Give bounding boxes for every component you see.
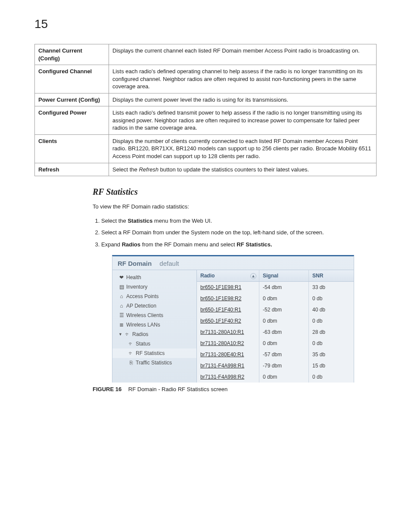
grid-row[interactable]: br7131-280A10:R1-63 dbm28 db — [197, 327, 354, 338]
col-radio-label: Radio — [200, 273, 215, 279]
table-row: Configured ChannelLists each radio's def… — [35, 65, 377, 93]
radio-link[interactable]: br650-1F1E98:R1 — [200, 284, 241, 290]
cell-radio[interactable]: br650-1F1E98:R1 — [197, 282, 259, 293]
nav-subitem-icon: ᯤ — [128, 350, 134, 356]
cell-radio[interactable]: br650-1F1F40:R2 — [197, 315, 259, 327]
nav-item-icon: ⌂ — [118, 303, 125, 309]
table-row: ClientsDisplays the number of clients cu… — [35, 134, 377, 163]
cell-radio[interactable]: br7131-280A10:R1 — [197, 327, 259, 338]
grid-header: Radio ▲ Signal SNR — [197, 270, 354, 282]
intro-text: To view the RF Domain radio statistics: — [93, 202, 377, 211]
cell-radio[interactable]: br7131-280E40:R1 — [197, 349, 259, 360]
screenshot-region: RF Domain default ❤Health▤Inventory⌂Acce… — [112, 255, 354, 383]
table-row: RefreshSelect the Refresh button to upda… — [35, 163, 377, 176]
nav-item-icon: ⌂ — [118, 293, 125, 299]
steps-list: Select the Statistics menu from the Web … — [93, 217, 377, 249]
grid-row[interactable]: br7131-280E40:R1-57 dbm35 db — [197, 349, 354, 360]
cell-signal: 0 dbm — [259, 315, 309, 327]
grid-row[interactable]: br7131-F4A998:R20 dbm0 db — [197, 371, 354, 383]
cell-snr: 0 db — [309, 338, 354, 349]
step-3-pre: Expand — [101, 241, 122, 248]
grid-row[interactable]: br650-1F1E98:R1-54 dbm33 db — [197, 282, 354, 293]
cell-signal: -52 dbm — [259, 304, 309, 315]
nav-item-label: Wireless LANs — [126, 322, 160, 328]
cell-radio[interactable]: br7131-280A10:R2 — [197, 338, 259, 349]
grid-row[interactable]: br650-1F1F40:R1-52 dbm40 db — [197, 304, 354, 315]
grid-row[interactable]: br650-1F1E98:R20 dbm0 db — [197, 293, 354, 304]
sort-indicator-icon[interactable]: ▲ — [250, 273, 256, 279]
cell-snr: 40 db — [309, 304, 354, 315]
def-desc: Displays the number of clients currently… — [109, 134, 377, 163]
cell-snr: 0 db — [309, 315, 354, 327]
grid-row[interactable]: br7131-F4A998:R1-79 dbm15 db — [197, 360, 354, 371]
nav-item-label: Wireless Clients — [126, 312, 163, 318]
grid-row[interactable]: br7131-280A10:R20 dbm0 db — [197, 338, 354, 349]
figure-label: FIGURE 16 — [93, 386, 121, 392]
radio-link[interactable]: br650-1F1F40:R1 — [200, 307, 241, 313]
def-desc: Lists each radio's defined transmit powe… — [109, 106, 377, 135]
cell-snr: 35 db — [309, 349, 354, 360]
nav-subitem[interactable]: ᯤStatus — [112, 339, 196, 348]
cell-signal: -79 dbm — [259, 360, 309, 371]
cell-signal: 0 dbm — [259, 293, 309, 304]
nav-tree: ❤Health▤Inventory⌂Access Points⌂AP Detec… — [112, 270, 197, 383]
radio-link[interactable]: br7131-280E40:R1 — [200, 352, 244, 358]
grid-row[interactable]: br650-1F1F40:R20 dbm0 db — [197, 315, 354, 327]
cell-radio[interactable]: br650-1F1E98:R2 — [197, 293, 259, 304]
cell-snr: 0 db — [309, 293, 354, 304]
cell-snr: 0 db — [309, 371, 354, 383]
nav-subitem[interactable]: ⎘Traffic Statistics — [112, 358, 196, 367]
col-radio[interactable]: Radio ▲ — [197, 270, 259, 281]
nav-subitem-label: RF Statistics — [136, 350, 165, 356]
cell-radio[interactable]: br650-1F1F40:R1 — [197, 304, 259, 315]
step-1-post: menu from the Web UI. — [153, 218, 212, 224]
nav-item[interactable]: ☰Wireless Clients — [112, 311, 196, 320]
figure-text: RF Domain - Radio RF Statistics screen — [128, 386, 227, 392]
cell-radio[interactable]: br7131-F4A998:R1 — [197, 360, 259, 371]
expand-icon[interactable]: ▼ — [118, 332, 123, 336]
table-row: Configured PowerLists each radio's defin… — [35, 106, 377, 135]
cell-snr: 33 db — [309, 282, 354, 293]
def-desc: Lists each radio's defined operating cha… — [109, 65, 377, 93]
def-key: Clients — [35, 134, 109, 163]
figure-caption: FIGURE 16 RF Domain - Radio RF Statistic… — [93, 386, 377, 392]
nav-item[interactable]: ⌂Access Points — [112, 292, 196, 301]
col-signal[interactable]: Signal — [259, 270, 309, 281]
radio-link[interactable]: br650-1F1E98:R2 — [200, 296, 241, 302]
def-key: Channel Current (Config) — [35, 44, 109, 65]
radio-link[interactable]: br7131-280A10:R1 — [200, 329, 244, 335]
screenshot-header: RF Domain default — [112, 256, 354, 270]
def-desc: Displays the current channel each listed… — [109, 44, 377, 65]
nav-item[interactable]: ▤Inventory — [112, 282, 196, 292]
nav-subitem-label: Status — [136, 341, 150, 347]
nav-item[interactable]: ❤Health — [112, 273, 196, 282]
nav-item-icon: ≣ — [118, 322, 125, 328]
def-key: Refresh — [35, 163, 109, 176]
nav-item-label: Health — [126, 274, 141, 280]
radio-link[interactable]: br7131-F4A998:R2 — [200, 374, 244, 380]
step-2: Select a RF Domain from under the System… — [101, 228, 377, 237]
page-number: 15 — [34, 17, 377, 31]
nav-item[interactable]: ⌂AP Detection — [112, 301, 196, 311]
radio-link[interactable]: br7131-F4A998:R1 — [200, 363, 244, 369]
domain-label: RF Domain — [118, 260, 152, 267]
nav-item-radios[interactable]: ▼ᯤRadios — [112, 330, 196, 339]
table-row: Channel Current (Config)Displays the cur… — [35, 44, 377, 65]
radio-link[interactable]: br650-1F1F40:R2 — [200, 318, 241, 324]
nav-item-label: AP Detection — [126, 303, 156, 309]
cell-signal: -54 dbm — [259, 282, 309, 293]
nav-item-label: Inventory — [126, 284, 147, 290]
step-1-bold: Statistics — [128, 218, 153, 224]
cell-snr: 15 db — [309, 360, 354, 371]
cell-signal: 0 dbm — [259, 338, 309, 349]
nav-subitem[interactable]: ᯤRF Statistics — [112, 348, 196, 358]
cell-radio[interactable]: br7131-F4A998:R2 — [197, 371, 259, 383]
def-key: Power Current (Config) — [35, 93, 109, 106]
nav-item-label: Access Points — [126, 293, 159, 299]
cell-signal: -63 dbm — [259, 327, 309, 338]
nav-item[interactable]: ≣Wireless LANs — [112, 320, 196, 330]
nav-subitem-label: Traffic Statistics — [136, 360, 172, 366]
radio-link[interactable]: br7131-280A10:R2 — [200, 340, 244, 346]
table-row: Power Current (Config)Displays the curre… — [35, 93, 377, 106]
col-snr[interactable]: SNR — [309, 270, 354, 281]
